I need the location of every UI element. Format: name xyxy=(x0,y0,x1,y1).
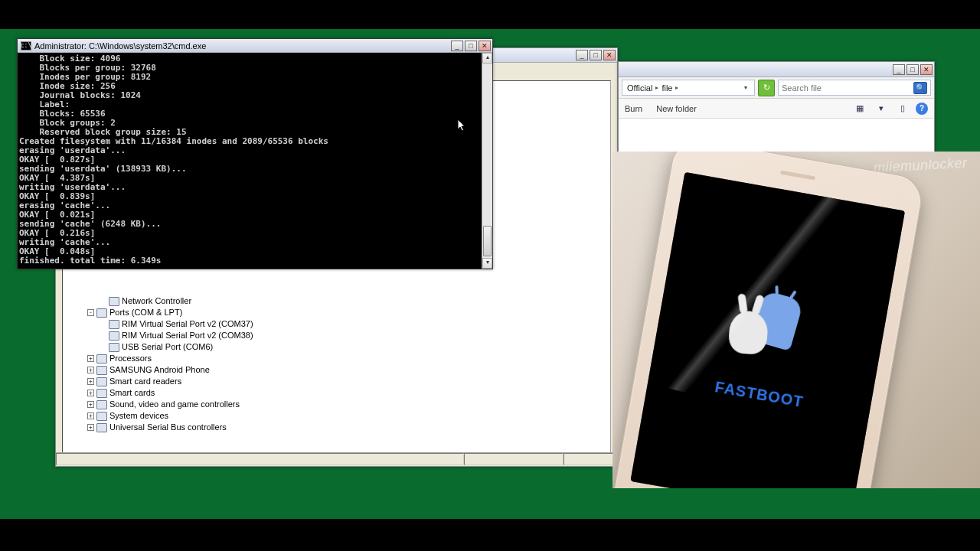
collapse-icon[interactable]: - xyxy=(87,309,94,316)
minimize-button[interactable]: _ xyxy=(576,50,588,60)
device-label: Ports (COM & LPT) xyxy=(109,307,182,318)
chevron-right-icon[interactable]: ▸ xyxy=(674,84,680,91)
device-label: Smart card readers xyxy=(109,376,181,387)
device-label: Processors xyxy=(109,353,152,364)
phone-speaker xyxy=(780,171,815,181)
spacer xyxy=(100,298,106,305)
command-prompt-window: c:\ Administrator: C:\Windows\system32\c… xyxy=(17,38,493,269)
device-label: Smart cards xyxy=(109,387,155,399)
device-label: SAMSUNG Android Phone xyxy=(109,364,210,376)
help-icon[interactable]: ? xyxy=(916,103,928,115)
titlebar[interactable]: _ □ ✕ xyxy=(619,62,934,77)
scroll-thumb[interactable] xyxy=(483,226,492,256)
breadcrumb-segment[interactable]: file xyxy=(660,83,674,93)
device-icon xyxy=(96,308,107,318)
titlebar[interactable]: c:\ Administrator: C:\Windows\system32\c… xyxy=(18,39,492,53)
scrollbar[interactable]: ▴ ▾ xyxy=(482,53,492,269)
device-label: Network Controller xyxy=(122,295,191,307)
address-bar[interactable]: Official ▸ file ▸ ▾ xyxy=(622,80,755,96)
device-tree-item[interactable]: Network Controller xyxy=(98,295,607,307)
device-label: RIM Virtual Serial Port v2 (COM38) xyxy=(122,330,253,341)
view-options-button[interactable]: ▦ xyxy=(851,101,868,116)
close-button[interactable]: ✕ xyxy=(479,41,491,51)
refresh-button[interactable]: ↻ xyxy=(758,80,775,96)
device-tree-item[interactable]: +System devices xyxy=(86,410,607,422)
device-icon xyxy=(96,400,107,409)
device-tree-item[interactable]: USB Serial Port (COM6) xyxy=(98,341,607,353)
device-tree-item[interactable]: +Sound, video and game controllers xyxy=(86,399,607,410)
expand-icon[interactable]: + xyxy=(87,412,94,419)
device-icon xyxy=(109,297,119,306)
device-label: USB Serial Port (COM6) xyxy=(122,341,213,353)
device-icon xyxy=(96,423,107,432)
device-icon xyxy=(96,412,107,421)
device-tree-item[interactable]: -Ports (COM & LPT) xyxy=(86,307,607,318)
window-title: Administrator: C:\Windows\system32\cmd.e… xyxy=(34,41,206,51)
new-folder-button[interactable]: New folder xyxy=(656,104,697,113)
device-icon xyxy=(109,320,119,329)
expand-icon[interactable]: + xyxy=(87,424,94,431)
device-tree-item[interactable]: +Smart card readers xyxy=(86,376,607,387)
preview-pane-button[interactable]: ▯ xyxy=(894,101,911,116)
fastboot-logo xyxy=(722,282,819,379)
chevron-down-icon[interactable]: ▾ xyxy=(873,101,890,116)
expand-icon[interactable]: + xyxy=(87,390,94,396)
close-button[interactable]: ✕ xyxy=(603,50,616,60)
address-bar-row: Official ▸ file ▸ ▾ ↻ Search file 🔍 xyxy=(619,77,934,99)
device-icon xyxy=(109,343,119,352)
minimize-button[interactable]: _ xyxy=(893,64,905,75)
breadcrumb-segment[interactable]: Official xyxy=(626,83,654,93)
spacer xyxy=(100,321,106,328)
chevron-right-icon[interactable]: ▸ xyxy=(654,84,660,91)
device-tree-item[interactable]: RIM Virtual Serial Port v2 (COM38) xyxy=(98,330,607,341)
expand-icon[interactable]: + xyxy=(87,401,94,408)
search-icon[interactable]: 🔍 xyxy=(913,82,927,94)
device-label: Sound, video and game controllers xyxy=(109,399,240,410)
phone-device: FASTBOOT xyxy=(612,152,926,488)
status-bar xyxy=(56,452,617,466)
device-icon xyxy=(96,389,107,398)
device-icon xyxy=(96,354,107,364)
search-input[interactable]: Search file 🔍 xyxy=(778,80,931,96)
explorer-toolbar: Burn New folder ▦ ▾ ▯ ? xyxy=(619,99,934,119)
maximize-button[interactable]: □ xyxy=(465,41,477,51)
device-icon xyxy=(109,331,119,341)
expand-icon[interactable]: + xyxy=(87,378,94,385)
search-placeholder: Search file xyxy=(782,83,822,93)
device-label: RIM Virtual Serial Port v2 (COM37) xyxy=(122,318,253,330)
scroll-track[interactable] xyxy=(482,64,492,258)
device-tree-item[interactable]: +SAMSUNG Android Phone xyxy=(86,364,607,376)
phone-screen: FASTBOOT xyxy=(630,172,905,488)
cmd-icon: c:\ xyxy=(21,41,31,51)
burn-button[interactable]: Burn xyxy=(625,104,642,113)
device-tree-item[interactable]: RIM Virtual Serial Port v2 (COM37) xyxy=(98,318,607,330)
device-icon xyxy=(96,377,107,386)
terminal-output[interactable]: Block size: 4096 Blocks per group: 32768… xyxy=(18,53,482,269)
maximize-button[interactable]: □ xyxy=(590,50,602,60)
device-label: Universal Serial Bus controllers xyxy=(109,422,227,433)
close-button[interactable]: ✕ xyxy=(920,64,933,75)
phone-photo-overlay: miiemunlocker FASTBOOT xyxy=(612,152,980,488)
expand-icon[interactable]: + xyxy=(87,367,94,373)
spacer xyxy=(100,332,106,339)
device-icon xyxy=(96,366,107,375)
device-label: System devices xyxy=(109,410,168,422)
minimize-button[interactable]: _ xyxy=(451,41,463,51)
maximize-button[interactable]: □ xyxy=(906,64,919,75)
scroll-up-button[interactable]: ▴ xyxy=(482,53,492,64)
expand-icon[interactable]: + xyxy=(87,355,94,362)
device-tree-item[interactable]: +Universal Serial Bus controllers xyxy=(86,422,607,433)
chevron-down-icon[interactable]: ▾ xyxy=(740,84,751,91)
device-tree-item[interactable]: +Smart cards xyxy=(86,387,607,399)
spacer xyxy=(100,344,106,350)
scroll-down-button[interactable]: ▾ xyxy=(482,258,492,269)
fastboot-label: FASTBOOT xyxy=(714,378,805,411)
device-tree-item[interactable]: +Processors xyxy=(86,353,607,364)
